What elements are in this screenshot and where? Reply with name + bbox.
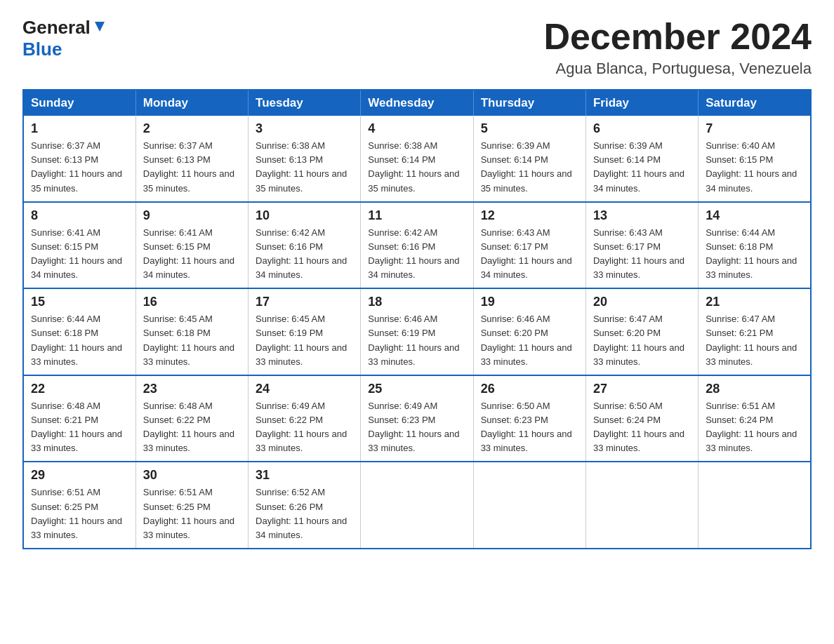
calendar-cell: 22 Sunrise: 6:48 AM Sunset: 6:21 PM Dayl… (23, 375, 135, 462)
calendar-cell: 8 Sunrise: 6:41 AM Sunset: 6:15 PM Dayli… (23, 202, 135, 289)
day-info: Sunrise: 6:41 AM Sunset: 6:15 PM Dayligh… (31, 226, 128, 283)
day-info: Sunrise: 6:44 AM Sunset: 6:18 PM Dayligh… (31, 312, 128, 369)
calendar-cell: 31 Sunrise: 6:52 AM Sunset: 6:26 PM Dayl… (249, 462, 361, 549)
logo-blue-text: Blue (22, 39, 62, 60)
day-info: Sunrise: 6:50 AM Sunset: 6:23 PM Dayligh… (481, 399, 578, 456)
day-number: 16 (143, 295, 241, 309)
calendar-cell: 21 Sunrise: 6:47 AM Sunset: 6:21 PM Dayl… (699, 288, 811, 375)
day-number: 4 (368, 121, 465, 136)
day-number: 26 (481, 382, 578, 396)
day-info: Sunrise: 6:48 AM Sunset: 6:21 PM Dayligh… (31, 399, 128, 456)
day-info: Sunrise: 6:45 AM Sunset: 6:18 PM Dayligh… (143, 312, 241, 369)
day-info: Sunrise: 6:42 AM Sunset: 6:16 PM Dayligh… (256, 226, 353, 283)
day-number: 9 (143, 208, 241, 223)
calendar-cell: 7 Sunrise: 6:40 AM Sunset: 6:15 PM Dayli… (699, 116, 811, 202)
day-info: Sunrise: 6:51 AM Sunset: 6:25 PM Dayligh… (31, 485, 128, 542)
day-info: Sunrise: 6:39 AM Sunset: 6:14 PM Dayligh… (593, 139, 691, 196)
day-info: Sunrise: 6:52 AM Sunset: 6:26 PM Dayligh… (256, 485, 353, 542)
day-number: 13 (593, 208, 691, 223)
day-info: Sunrise: 6:51 AM Sunset: 6:24 PM Dayligh… (706, 399, 803, 456)
calendar-week-row: 29 Sunrise: 6:51 AM Sunset: 6:25 PM Dayl… (23, 462, 811, 549)
weekday-header-row: SundayMondayTuesdayWednesdayThursdayFrid… (23, 90, 811, 116)
day-info: Sunrise: 6:49 AM Sunset: 6:22 PM Dayligh… (256, 399, 353, 456)
logo-general-text: General (22, 17, 91, 39)
day-info: Sunrise: 6:37 AM Sunset: 6:13 PM Dayligh… (31, 139, 128, 196)
calendar-cell: 17 Sunrise: 6:45 AM Sunset: 6:19 PM Dayl… (249, 288, 361, 375)
day-number: 6 (593, 121, 691, 136)
calendar-cell (473, 462, 585, 549)
calendar-cell: 15 Sunrise: 6:44 AM Sunset: 6:18 PM Dayl… (23, 288, 135, 375)
weekday-header-tuesday: Tuesday (249, 90, 361, 116)
calendar-cell: 5 Sunrise: 6:39 AM Sunset: 6:14 PM Dayli… (473, 116, 585, 202)
calendar-cell (585, 462, 698, 549)
weekday-header-saturday: Saturday (699, 90, 811, 116)
calendar-cell: 25 Sunrise: 6:49 AM Sunset: 6:23 PM Dayl… (361, 375, 473, 462)
day-info: Sunrise: 6:46 AM Sunset: 6:19 PM Dayligh… (368, 312, 465, 369)
day-number: 14 (706, 208, 803, 223)
day-number: 28 (706, 382, 803, 396)
calendar-cell (361, 462, 473, 549)
calendar-cell: 11 Sunrise: 6:42 AM Sunset: 6:16 PM Dayl… (361, 202, 473, 289)
day-info: Sunrise: 6:41 AM Sunset: 6:15 PM Dayligh… (143, 226, 241, 283)
day-number: 7 (706, 121, 803, 136)
calendar-cell: 12 Sunrise: 6:43 AM Sunset: 6:17 PM Dayl… (473, 202, 585, 289)
day-number: 15 (31, 295, 128, 309)
day-number: 1 (31, 121, 128, 136)
calendar-cell: 27 Sunrise: 6:50 AM Sunset: 6:24 PM Dayl… (585, 375, 698, 462)
day-number: 29 (31, 468, 128, 483)
day-number: 11 (368, 208, 465, 223)
day-info: Sunrise: 6:48 AM Sunset: 6:22 PM Dayligh… (143, 399, 241, 456)
calendar-cell: 23 Sunrise: 6:48 AM Sunset: 6:22 PM Dayl… (135, 375, 248, 462)
calendar-week-row: 22 Sunrise: 6:48 AM Sunset: 6:21 PM Dayl… (23, 375, 811, 462)
day-number: 10 (256, 208, 353, 223)
calendar-week-row: 1 Sunrise: 6:37 AM Sunset: 6:13 PM Dayli… (23, 116, 811, 202)
title-block: December 2024 Agua Blanca, Portuguesa, V… (543, 17, 812, 78)
day-info: Sunrise: 6:47 AM Sunset: 6:21 PM Dayligh… (706, 312, 803, 369)
day-info: Sunrise: 6:47 AM Sunset: 6:20 PM Dayligh… (593, 312, 691, 369)
logo: General Blue (22, 17, 107, 60)
day-info: Sunrise: 6:38 AM Sunset: 6:14 PM Dayligh… (368, 139, 465, 196)
day-number: 25 (368, 382, 465, 396)
calendar-cell: 29 Sunrise: 6:51 AM Sunset: 6:25 PM Dayl… (23, 462, 135, 549)
day-info: Sunrise: 6:51 AM Sunset: 6:25 PM Dayligh… (143, 485, 241, 542)
day-number: 2 (143, 121, 241, 136)
weekday-header-thursday: Thursday (473, 90, 585, 116)
day-info: Sunrise: 6:46 AM Sunset: 6:20 PM Dayligh… (481, 312, 578, 369)
day-info: Sunrise: 6:43 AM Sunset: 6:17 PM Dayligh… (481, 226, 578, 283)
calendar-cell: 6 Sunrise: 6:39 AM Sunset: 6:14 PM Dayli… (585, 116, 698, 202)
day-info: Sunrise: 6:50 AM Sunset: 6:24 PM Dayligh… (593, 399, 691, 456)
calendar-cell (699, 462, 811, 549)
day-number: 24 (256, 382, 353, 396)
day-info: Sunrise: 6:45 AM Sunset: 6:19 PM Dayligh… (256, 312, 353, 369)
day-info: Sunrise: 6:38 AM Sunset: 6:13 PM Dayligh… (256, 139, 353, 196)
calendar-cell: 18 Sunrise: 6:46 AM Sunset: 6:19 PM Dayl… (361, 288, 473, 375)
day-number: 19 (481, 295, 578, 309)
day-number: 5 (481, 121, 578, 136)
day-number: 27 (593, 382, 691, 396)
day-number: 21 (706, 295, 803, 309)
weekday-header-friday: Friday (585, 90, 698, 116)
calendar-week-row: 15 Sunrise: 6:44 AM Sunset: 6:18 PM Dayl… (23, 288, 811, 375)
location-subtitle: Agua Blanca, Portuguesa, Venezuela (543, 60, 812, 78)
calendar-cell: 14 Sunrise: 6:44 AM Sunset: 6:18 PM Dayl… (699, 202, 811, 289)
day-number: 22 (31, 382, 128, 396)
calendar-cell: 10 Sunrise: 6:42 AM Sunset: 6:16 PM Dayl… (249, 202, 361, 289)
day-info: Sunrise: 6:37 AM Sunset: 6:13 PM Dayligh… (143, 139, 241, 196)
day-number: 18 (368, 295, 465, 309)
day-number: 12 (481, 208, 578, 223)
calendar-table: SundayMondayTuesdayWednesdayThursdayFrid… (22, 89, 812, 549)
calendar-cell: 13 Sunrise: 6:43 AM Sunset: 6:17 PM Dayl… (585, 202, 698, 289)
day-info: Sunrise: 6:42 AM Sunset: 6:16 PM Dayligh… (368, 226, 465, 283)
calendar-week-row: 8 Sunrise: 6:41 AM Sunset: 6:15 PM Dayli… (23, 202, 811, 289)
day-info: Sunrise: 6:44 AM Sunset: 6:18 PM Dayligh… (706, 226, 803, 283)
page-header: General Blue December 2024 Agua Blanca, … (22, 17, 812, 78)
weekday-header-monday: Monday (135, 90, 248, 116)
calendar-cell: 3 Sunrise: 6:38 AM Sunset: 6:13 PM Dayli… (249, 116, 361, 202)
svg-marker-0 (95, 22, 105, 32)
calendar-cell: 1 Sunrise: 6:37 AM Sunset: 6:13 PM Dayli… (23, 116, 135, 202)
weekday-header-wednesday: Wednesday (361, 90, 473, 116)
day-number: 20 (593, 295, 691, 309)
calendar-cell: 24 Sunrise: 6:49 AM Sunset: 6:22 PM Dayl… (249, 375, 361, 462)
month-title: December 2024 (543, 17, 812, 57)
logo-arrow-icon (92, 19, 107, 37)
